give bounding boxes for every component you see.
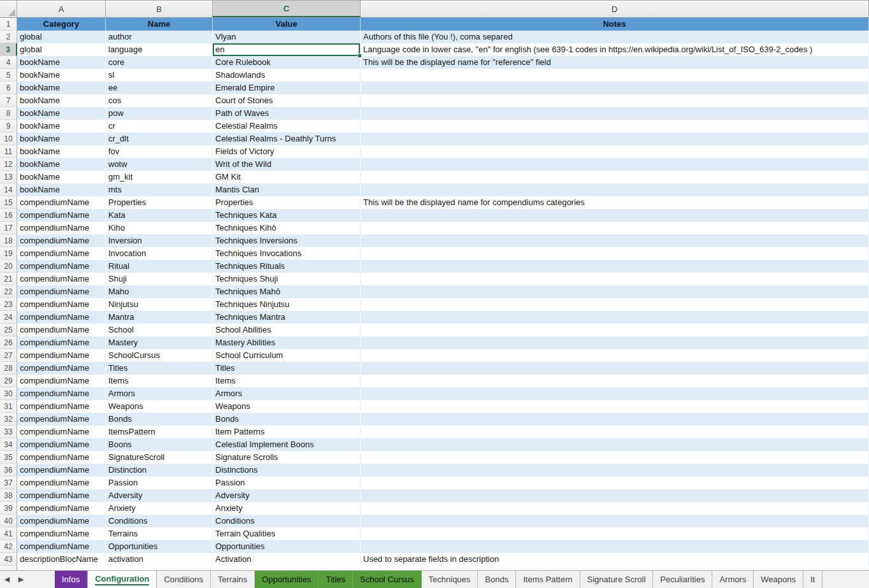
cell-A9[interactable]: bookName (17, 120, 106, 133)
row-header-30[interactable]: 30 (0, 387, 17, 400)
cell-A5[interactable]: bookName (17, 69, 106, 82)
cell-B7[interactable]: cos (106, 94, 213, 107)
cell-C40[interactable]: Conditions (213, 515, 361, 527)
cell-C15[interactable]: Properties (213, 196, 361, 209)
cell-D23[interactable] (361, 298, 869, 311)
header-cell-A1[interactable]: Category (17, 18, 106, 31)
sheet-tab-conditions[interactable]: Conditions (157, 571, 210, 588)
cell-C37[interactable]: Passion (213, 477, 361, 489)
cell-D32[interactable] (361, 413, 869, 426)
cell-B21[interactable]: Shuji (106, 273, 213, 285)
row-header-31[interactable]: 31 (0, 400, 17, 413)
cell-B29[interactable]: Items (106, 375, 213, 387)
sheet-tab-armors[interactable]: Armors (712, 571, 754, 588)
cell-C8[interactable]: Path of Waves (213, 107, 361, 120)
cell-D8[interactable] (361, 107, 869, 120)
cell-A22[interactable]: compendiumName (17, 285, 106, 298)
cell-C25[interactable]: School Abilities (213, 324, 361, 336)
cell-B34[interactable]: Boons (106, 438, 213, 451)
cell-A28[interactable]: compendiumName (17, 362, 106, 375)
row-header-39[interactable]: 39 (0, 502, 17, 515)
cell-B12[interactable]: wotw (106, 158, 213, 171)
row-header-24[interactable]: 24 (0, 311, 17, 324)
sheet-tab-titles[interactable]: Titles (319, 571, 353, 588)
cell-C12[interactable]: Writ of the Wild (213, 158, 361, 171)
cell-D31[interactable] (361, 400, 869, 413)
cell-D17[interactable] (361, 222, 869, 234)
cell-C41[interactable]: Terrain Qualities (213, 527, 361, 540)
row-header-29[interactable]: 29 (0, 375, 17, 387)
cell-B17[interactable]: Kiho (106, 222, 213, 234)
cell-D22[interactable] (361, 285, 869, 298)
cell-B15[interactable]: Properties (106, 196, 213, 209)
row-header-28[interactable]: 28 (0, 362, 17, 375)
cell-A25[interactable]: compendiumName (17, 324, 106, 336)
row-header-16[interactable]: 16 (0, 209, 17, 222)
cell-C10[interactable]: Celestial Realms - Deathly Turns (213, 133, 361, 145)
cell-A40[interactable]: compendiumName (17, 515, 106, 527)
sheet-tab-school-cursus[interactable]: School Cursus (353, 571, 422, 588)
row-header-40[interactable]: 40 (0, 515, 17, 527)
sheet-tab-it[interactable]: It (803, 571, 822, 588)
cell-B38[interactable]: Adversity (106, 489, 213, 502)
row-header-21[interactable]: 21 (0, 273, 17, 285)
cell-D16[interactable] (361, 209, 869, 222)
cell-B8[interactable]: pow (106, 107, 213, 120)
cell-D27[interactable] (361, 349, 869, 362)
sheet-tab-opportunities[interactable]: Opportunities (255, 571, 319, 588)
row-header-2[interactable]: 2 (0, 31, 17, 43)
cell-A26[interactable]: compendiumName (17, 336, 106, 349)
cell-C6[interactable]: Emerald Empire (213, 82, 361, 94)
header-cell-D1[interactable]: Notes (361, 18, 869, 31)
cell-B35[interactable]: SignatureScroll (106, 451, 213, 464)
cell-A34[interactable]: compendiumName (17, 438, 106, 451)
row-header-13[interactable]: 13 (0, 171, 17, 183)
cell-B9[interactable]: cr (106, 120, 213, 133)
cell-D33[interactable] (361, 426, 869, 438)
cell-D4[interactable]: This will be the displayed name for "ref… (361, 56, 869, 69)
cell-D24[interactable] (361, 311, 869, 324)
cell-B6[interactable]: ee (106, 82, 213, 94)
cell-C34[interactable]: Celestial Implement Boons (213, 438, 361, 451)
sheet-tab-weapons[interactable]: Weapons (754, 571, 803, 588)
cell-B31[interactable]: Weapons (106, 400, 213, 413)
row-header-38[interactable]: 38 (0, 489, 17, 502)
cell-B27[interactable]: SchoolCursus (106, 349, 213, 362)
cell-D19[interactable] (361, 247, 869, 260)
cell-B16[interactable]: Kata (106, 209, 213, 222)
cell-B2[interactable]: author (106, 31, 213, 43)
cell-D18[interactable] (361, 234, 869, 247)
header-cell-B1[interactable]: Name (106, 18, 213, 31)
cell-C11[interactable]: Fields of Victory (213, 145, 361, 158)
cell-A30[interactable]: compendiumName (17, 387, 106, 400)
cell-B37[interactable]: Passion (106, 477, 213, 489)
row-header-22[interactable]: 22 (0, 285, 17, 298)
cell-D13[interactable] (361, 171, 869, 183)
row-header-37[interactable]: 37 (0, 477, 17, 489)
cell-C19[interactable]: Techniques Invocations (213, 247, 361, 260)
sheet-tab-infos[interactable]: Infos (55, 571, 87, 588)
cell-A36[interactable]: compendiumName (17, 464, 106, 477)
cell-D9[interactable] (361, 120, 869, 133)
cell-C31[interactable]: Weapons (213, 400, 361, 413)
selected-cell[interactable]: en (213, 43, 361, 56)
sheet-tab-peculiarities[interactable]: Peculiarities (653, 571, 712, 588)
row-header-5[interactable]: 5 (0, 69, 17, 82)
row-header-41[interactable]: 41 (0, 527, 17, 540)
column-header-C[interactable]: C (213, 1, 361, 17)
cell-B4[interactable]: core (106, 56, 213, 69)
cell-B41[interactable]: Terrains (106, 527, 213, 540)
cell-A7[interactable]: bookName (17, 94, 106, 107)
row-header-4[interactable]: 4 (0, 56, 17, 69)
column-header-D[interactable]: D (361, 1, 869, 17)
header-cell-C1[interactable]: Value (213, 18, 361, 31)
cell-C21[interactable]: Techniques Shuji (213, 273, 361, 285)
row-header-14[interactable]: 14 (0, 183, 17, 196)
cell-C18[interactable]: Techniques Inversions (213, 234, 361, 247)
row-header-26[interactable]: 26 (0, 336, 17, 349)
cell-D42[interactable] (361, 540, 869, 553)
cell-B25[interactable]: School (106, 324, 213, 336)
cell-A23[interactable]: compendiumName (17, 298, 106, 311)
cell-A32[interactable]: compendiumName (17, 413, 106, 426)
cell-B13[interactable]: gm_kit (106, 171, 213, 183)
